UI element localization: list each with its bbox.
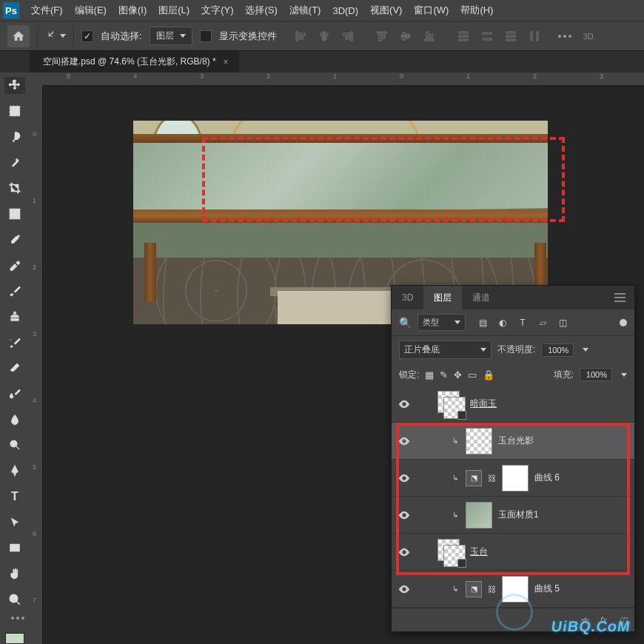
gradient-tool[interactable] bbox=[4, 386, 25, 403]
align-left-button[interactable] bbox=[290, 26, 311, 47]
eyedropper-tool[interactable] bbox=[4, 231, 25, 248]
ruler-origin bbox=[30, 73, 43, 86]
menu-help[interactable]: 帮助(H) bbox=[455, 4, 499, 17]
move-tool[interactable] bbox=[4, 77, 25, 94]
layer-row[interactable]: ↳玉面材质1 bbox=[392, 497, 634, 534]
hand-tool[interactable] bbox=[4, 566, 25, 583]
align-top-button[interactable] bbox=[372, 26, 392, 47]
dodge-tool[interactable] bbox=[4, 437, 25, 454]
visibility-toggle[interactable] bbox=[398, 472, 411, 485]
chevron-down-icon[interactable] bbox=[621, 373, 627, 377]
menu-type[interactable]: 文字(Y) bbox=[195, 4, 239, 17]
layer-name[interactable]: 玉面材质1 bbox=[498, 509, 539, 521]
home-button[interactable] bbox=[7, 25, 30, 47]
visibility-toggle[interactable] bbox=[398, 509, 411, 522]
tool-more-button[interactable] bbox=[11, 617, 24, 620]
visibility-toggle[interactable] bbox=[398, 435, 411, 448]
fill-label: 填充: bbox=[554, 369, 574, 381]
distribute-bottom-button[interactable] bbox=[500, 26, 521, 47]
brush-tool[interactable] bbox=[4, 283, 25, 300]
opacity-input[interactable]: 100% bbox=[541, 343, 574, 357]
visibility-toggle[interactable] bbox=[398, 583, 411, 596]
filter-type-dropdown[interactable]: 类型 bbox=[417, 314, 466, 331]
magic-wand-tool[interactable] bbox=[4, 154, 25, 171]
menu-layer[interactable]: 图层(L) bbox=[152, 4, 195, 17]
layer-name[interactable]: 玉台 bbox=[470, 546, 488, 558]
menu-3d[interactable]: 3D(D) bbox=[326, 5, 364, 16]
filter-pixel-icon[interactable]: ▤ bbox=[476, 316, 489, 329]
lock-transparent-icon[interactable]: ▦ bbox=[425, 369, 434, 380]
layer-thumbnail bbox=[466, 428, 492, 455]
tab-layers[interactable]: 图层 bbox=[423, 286, 462, 309]
clone-stamp-tool[interactable] bbox=[4, 308, 25, 325]
type-tool[interactable]: T bbox=[4, 489, 25, 506]
history-brush-tool[interactable] bbox=[4, 334, 25, 351]
layer-name[interactable]: 曲线 6 bbox=[534, 472, 560, 484]
blend-mode-dropdown[interactable]: 正片叠底 bbox=[399, 341, 492, 359]
zoom-tool[interactable] bbox=[4, 591, 25, 608]
fill-input[interactable]: 100% bbox=[580, 368, 612, 381]
lock-artboard-icon[interactable]: ▭ bbox=[468, 369, 477, 380]
lock-paint-icon[interactable]: ✎ bbox=[440, 369, 448, 380]
filter-adjust-icon[interactable]: ◐ bbox=[496, 316, 509, 329]
visibility-toggle[interactable] bbox=[398, 546, 411, 559]
filter-type-icon[interactable]: T bbox=[516, 316, 529, 329]
align-bottom-button[interactable] bbox=[419, 26, 440, 47]
tab-channels[interactable]: 通道 bbox=[462, 286, 500, 309]
menu-view[interactable]: 视图(V) bbox=[364, 4, 408, 17]
filter-smart-icon[interactable]: ◫ bbox=[556, 316, 569, 329]
visibility-toggle[interactable] bbox=[398, 398, 411, 411]
svg-rect-26 bbox=[531, 32, 532, 41]
panel-menu-button[interactable] bbox=[614, 293, 625, 302]
align-center-h-button[interactable] bbox=[314, 26, 335, 47]
document-tab[interactable]: 空间搭建.psd @ 74.6% (玉台光影, RGB/8) * × bbox=[30, 51, 239, 73]
filter-shape-icon[interactable]: ▱ bbox=[536, 316, 549, 329]
auto-select-checkbox[interactable] bbox=[81, 30, 93, 42]
path-select-tool[interactable] bbox=[4, 514, 25, 531]
menu-select[interactable]: 选择(S) bbox=[239, 4, 283, 17]
svg-rect-28 bbox=[10, 106, 20, 116]
chevron-down-icon[interactable] bbox=[583, 348, 588, 352]
svg-rect-17 bbox=[430, 34, 432, 38]
layer-name[interactable]: 玉台光影 bbox=[498, 435, 534, 447]
close-tab-button[interactable]: × bbox=[224, 57, 229, 67]
layer-row[interactable]: 玉台 bbox=[392, 534, 634, 571]
align-right-button[interactable] bbox=[338, 26, 358, 47]
filter-toggle[interactable] bbox=[620, 319, 627, 326]
lasso-tool[interactable] bbox=[4, 128, 25, 145]
layer-name[interactable]: 曲线 5 bbox=[534, 583, 560, 595]
color-swatch[interactable] bbox=[5, 633, 24, 644]
crop-tool[interactable] bbox=[4, 180, 25, 197]
distribute-h-button[interactable] bbox=[524, 26, 545, 47]
distribute-top-button[interactable] bbox=[453, 26, 474, 47]
more-options-button[interactable] bbox=[558, 35, 571, 38]
layer-name[interactable]: 暗面玉 bbox=[470, 398, 497, 410]
menu-file[interactable]: 文件(F) bbox=[25, 4, 69, 17]
frame-tool[interactable] bbox=[4, 206, 25, 223]
pen-tool[interactable] bbox=[4, 463, 25, 480]
svg-rect-16 bbox=[426, 32, 429, 38]
menu-filter[interactable]: 滤镜(T) bbox=[284, 4, 327, 17]
auto-select-dropdown[interactable]: 图层 bbox=[150, 27, 192, 45]
distribute-v-button[interactable] bbox=[477, 26, 497, 47]
layer-row[interactable]: 暗面玉 bbox=[392, 386, 634, 423]
show-transform-checkbox[interactable] bbox=[200, 30, 212, 42]
rectangle-tool[interactable] bbox=[4, 540, 25, 557]
menu-edit[interactable]: 编辑(E) bbox=[69, 4, 113, 17]
lock-position-icon[interactable]: ✥ bbox=[454, 369, 462, 380]
healing-brush-tool[interactable] bbox=[4, 257, 25, 274]
menu-image[interactable]: 图像(I) bbox=[113, 4, 152, 17]
align-center-v-button[interactable] bbox=[395, 26, 416, 47]
layer-row[interactable]: ↳玉台光影 bbox=[392, 423, 634, 460]
clip-indicator-icon: ↳ bbox=[452, 511, 458, 519]
blur-tool[interactable] bbox=[4, 411, 25, 428]
layer-row[interactable]: ↳⬔⛓曲线 6 bbox=[392, 460, 634, 497]
eraser-tool[interactable] bbox=[4, 360, 25, 377]
link-icon: ⛓ bbox=[488, 585, 496, 594]
lock-all-icon[interactable]: 🔒 bbox=[483, 369, 494, 380]
tab-3d[interactable]: 3D bbox=[392, 286, 423, 309]
menu-window[interactable]: 窗口(W) bbox=[408, 4, 455, 17]
lock-label: 锁定: bbox=[399, 369, 419, 381]
move-tool-indicator[interactable] bbox=[45, 29, 66, 43]
marquee-tool[interactable] bbox=[4, 103, 25, 120]
